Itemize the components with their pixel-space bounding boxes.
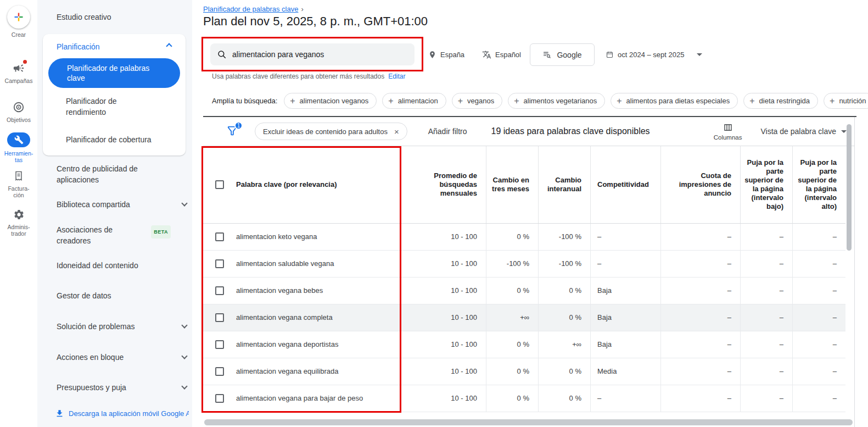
keyword-cell: alimentacion vegana completa <box>236 304 401 331</box>
select-all-checkbox[interactable] <box>215 180 224 189</box>
table-row[interactable]: alimentacion vegana para bajar de peso 1… <box>203 385 845 412</box>
table-row[interactable]: alimentacion vegana deportistas 10 - 100… <box>203 331 845 358</box>
sidebar-item-data-manager[interactable]: Gestor de datos <box>57 290 111 301</box>
horizontal-scrollbar[interactable] <box>204 419 853 425</box>
column-header-keyword[interactable]: Palabra clave (por relevancia) <box>236 146 401 223</box>
row-checkbox[interactable] <box>215 367 224 376</box>
sidebar-item-label: Presupuestos y puja <box>57 383 126 392</box>
sidebar-item-bulk-actions[interactable]: Acciones en bloque <box>57 352 183 363</box>
network-selector-button[interactable]: Google <box>530 43 595 66</box>
sidebar-item-planificacion[interactable]: Planificación <box>57 42 100 51</box>
date-range-selector[interactable]: oct 2024 – sept 2025 <box>606 43 702 65</box>
column-header-top-of-page-bid-high[interactable]: Puja por la parte superior de la página … <box>792 146 845 223</box>
filter-funnel-icon[interactable]: 1 <box>226 125 239 138</box>
table-row[interactable]: alimentacion keto vegana 10 - 100 0 % -1… <box>203 224 845 251</box>
view-selector[interactable]: Vista de palabra clave <box>761 127 847 136</box>
column-header-competition[interactable]: Competitividad <box>590 146 660 223</box>
broaden-chip[interactable]: + alimentacion <box>382 93 446 109</box>
sidebar-item-shared-library[interactable]: Biblioteca compartida <box>57 199 183 210</box>
rail-item-tools[interactable]: Herramien- tas <box>0 132 37 163</box>
sidebar-item-reach-planner[interactable]: Planificador de cobertura <box>66 134 152 145</box>
sidebar-item-estudio-creativo[interactable]: Estudio creativo <box>57 12 111 23</box>
location-selector[interactable]: España <box>428 43 464 65</box>
sidebar-item-creator-partnerships[interactable]: Asociaciones de creadores BETA <box>57 224 183 246</box>
sidebar-item-label: Biblioteca compartida <box>57 200 130 209</box>
rail-item-campaigns[interactable]: Campañas <box>0 62 37 84</box>
exclude-adult-content-chip[interactable]: Excluir ideas de contenido para adultos … <box>255 123 407 140</box>
column-header-avg-monthly-searches[interactable]: Promedio de búsquedas mensuales <box>401 146 486 223</box>
planning-group-card: Planificación Planificador de palabras c… <box>43 34 186 156</box>
column-header-three-month-change[interactable]: Cambio en tres meses <box>486 146 538 223</box>
download-app-link[interactable]: Descarga la aplicación móvil Google Ad <box>55 409 189 418</box>
ad-impression-share-cell: – <box>660 224 740 250</box>
row-checkbox[interactable] <box>215 340 224 349</box>
language-selector[interactable]: Español <box>482 43 521 65</box>
rail-item-admin[interactable]: Adminis- trador <box>0 208 37 237</box>
table-row[interactable]: alimentacion vegana equilibrada 10 - 100… <box>203 358 845 385</box>
sidebar-item-budgets-bidding[interactable]: Presupuestos y puja <box>57 382 183 393</box>
translate-icon <box>482 50 491 59</box>
avg-searches-cell: 10 - 100 <box>401 251 486 277</box>
bid-high-cell: – <box>792 304 845 331</box>
sidebar-item-app-advertising[interactable]: Centro de publicidad de aplicaciones <box>57 163 166 185</box>
row-checkbox[interactable] <box>215 232 224 241</box>
chevron-down-icon <box>841 130 847 133</box>
yoy-change-cell: -100 % <box>538 251 590 277</box>
sidebar-item-content-suitability[interactable]: Idoneidad del contenido <box>57 260 138 271</box>
table-header-row: Palabra clave (por relevancia) Promedio … <box>203 146 845 224</box>
plus-icon: + <box>617 97 621 106</box>
plus-icon: + <box>514 97 519 106</box>
edit-link[interactable]: Editar <box>388 73 405 80</box>
sidebar-item-keyword-planner-selected[interactable]: Planificador de palabras clave <box>48 58 180 88</box>
keyword-search-box[interactable] <box>210 43 415 65</box>
rail-item-create[interactable]: Crear <box>0 5 37 38</box>
three-month-change-cell: 0 % <box>486 224 538 250</box>
column-header-top-of-page-bid-low[interactable]: Puja por la parte superior de la página … <box>740 146 792 223</box>
remove-filter-icon[interactable]: × <box>394 127 399 136</box>
sidebar-item-performance-planner[interactable]: Planificador de rendimiento <box>66 96 154 118</box>
search-helper: Usa palabras clave diferentes para obten… <box>212 73 406 80</box>
keyword-cell: alimentacion vegana bebes <box>236 278 401 304</box>
add-filter-button[interactable]: Añadir filtro <box>428 127 467 136</box>
row-checkbox[interactable] <box>215 286 224 295</box>
columns-button[interactable]: Columnas <box>714 123 742 141</box>
three-month-change-cell: 0 % <box>486 331 538 358</box>
ideas-count: 19 ideas para palabras clave disponibles <box>491 126 650 136</box>
breadcrumb-separator: › <box>301 5 303 13</box>
yoy-change-cell: +∞ <box>538 331 590 358</box>
broaden-chip[interactable]: + dieta restringida <box>743 93 818 109</box>
vertical-scrollbar[interactable] <box>847 124 852 251</box>
download-icon <box>55 409 64 418</box>
column-header-ad-impression-share[interactable]: Cuota de impresiones de anuncio <box>660 146 740 223</box>
keywords-table: Palabra clave (por relevancia) Promedio … <box>203 146 845 412</box>
broaden-chip[interactable]: + nutrición <box>824 93 868 109</box>
ad-impression-share-cell: – <box>660 304 740 331</box>
broaden-chip[interactable]: + alimentos vegetarianos <box>508 93 605 109</box>
broaden-chip[interactable]: + veganos <box>452 93 503 109</box>
row-checkbox[interactable] <box>215 394 224 403</box>
broaden-chip[interactable]: + alimentacion veganos <box>284 93 377 109</box>
table-row[interactable]: alimentacion vegana completa 10 - 100 +∞… <box>203 304 845 331</box>
search-network-icon <box>542 50 552 59</box>
language-label: Español <box>495 51 521 59</box>
rail-item-billing[interactable]: Factura- ción <box>0 169 37 198</box>
plus-icon: + <box>388 97 393 106</box>
broaden-chip[interactable]: + alimentos para dietas especiales <box>611 93 738 109</box>
competition-cell: – <box>590 251 660 277</box>
table-row[interactable]: alimentacion saludable vegana 10 - 100 -… <box>203 251 845 278</box>
competition-cell: Baja <box>590 278 660 304</box>
row-checkbox[interactable] <box>215 259 224 268</box>
bid-low-cell: – <box>740 224 792 250</box>
table-row[interactable]: alimentacion vegana bebes 10 - 100 0 % 0… <box>203 278 845 304</box>
search-input[interactable] <box>232 50 408 59</box>
sidebar-item-troubleshooting[interactable]: Solución de problemas <box>57 321 183 332</box>
row-checkbox[interactable] <box>215 313 224 322</box>
yoy-change-cell: 0 % <box>538 358 590 385</box>
rail-item-goals[interactable]: Objetivos <box>0 101 37 123</box>
chip-label: veganos <box>467 97 494 105</box>
breadcrumb-link[interactable]: Planificador de palabras clave <box>203 5 298 13</box>
selected-item-label: Planificador de palabras clave <box>48 63 180 83</box>
bid-low-cell: – <box>740 358 792 385</box>
yoy-change-cell: 0 % <box>538 385 590 412</box>
column-header-yoy-change[interactable]: Cambio interanual <box>538 146 590 223</box>
